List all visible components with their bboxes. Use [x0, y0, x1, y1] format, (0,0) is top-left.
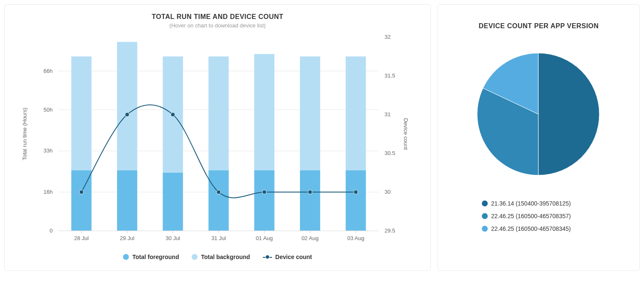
svg-text:30.5: 30.5	[385, 150, 395, 156]
pie-legend-item[interactable]: 22.46.25 (160500-465708345)	[482, 225, 571, 232]
svg-point-48	[216, 190, 221, 194]
pie-legend-item[interactable]: 22.46.25 (160500-465708357)	[482, 213, 571, 219]
svg-rect-26	[300, 56, 320, 170]
svg-text:28 Jul: 28 Jul	[74, 235, 89, 241]
pie-legend-label: 22.46.25 (160500-465708357)	[491, 213, 571, 219]
svg-point-46	[125, 112, 129, 117]
svg-rect-16	[71, 56, 91, 170]
chart-subtitle: (Hover on chart to download device list)	[16, 22, 419, 29]
svg-text:29 Jul: 29 Jul	[120, 235, 135, 241]
legend-foreground[interactable]: Total foreground	[123, 254, 179, 260]
chart-title: TOTAL RUN TIME AND DEVICE COUNT	[16, 13, 419, 21]
svg-rect-22	[208, 56, 229, 170]
svg-text:50h: 50h	[43, 107, 53, 113]
pie-title: DEVICE COUNT PER APP VERSION	[450, 22, 628, 30]
legend-devicecount[interactable]: Device count	[263, 254, 312, 260]
svg-text:31: 31	[385, 111, 390, 118]
svg-text:33h: 33h	[43, 147, 53, 154]
svg-text:03 Aug: 03 Aug	[347, 235, 364, 241]
legend-background[interactable]: Total background	[192, 254, 250, 260]
svg-text:30: 30	[385, 189, 390, 195]
svg-rect-21	[163, 173, 183, 231]
pie-legend-label: 22.46.25 (160500-465708345)	[491, 225, 571, 232]
legend-background-label: Total background	[201, 254, 250, 260]
svg-text:Device count: Device count	[403, 118, 409, 150]
swatch-icon	[482, 200, 488, 206]
appversion-pie-card: DEVICE COUNT PER APP VERSION 21.36.14 (1…	[438, 4, 640, 271]
svg-point-45	[79, 190, 83, 194]
svg-point-47	[171, 112, 175, 117]
legend-foreground-label: Total foreground	[132, 254, 179, 260]
combo-legend: Total foreground Total background Device…	[16, 254, 419, 260]
svg-rect-27	[300, 170, 320, 231]
swatch-background-icon	[192, 254, 198, 260]
svg-text:32: 32	[385, 34, 390, 40]
pie-legend-item[interactable]: 21.36.14 (150400-395708125)	[482, 200, 571, 207]
svg-rect-25	[254, 170, 275, 231]
combo-chart[interactable]: 016h33h50h66h29.53030.53131.53228 Jul29 …	[16, 33, 412, 248]
svg-point-50	[308, 190, 312, 194]
swatch-icon	[482, 226, 488, 232]
legend-devicecount-label: Device count	[275, 254, 312, 260]
swatch-devicecount-icon	[263, 254, 272, 260]
svg-rect-28	[346, 56, 366, 170]
svg-point-49	[262, 190, 267, 194]
svg-text:0: 0	[50, 227, 53, 234]
svg-text:66h: 66h	[43, 68, 53, 74]
svg-rect-24	[254, 54, 275, 170]
svg-point-51	[354, 190, 358, 194]
swatch-icon	[482, 213, 488, 219]
pie-legend: 21.36.14 (150400-395708125)22.46.25 (160…	[450, 200, 628, 232]
svg-text:Total run time (Hours): Total run time (Hours)	[21, 108, 28, 160]
svg-text:31.5: 31.5	[385, 72, 395, 79]
svg-rect-29	[346, 170, 366, 231]
svg-rect-19	[117, 170, 137, 231]
pie-chart[interactable]	[450, 30, 627, 190]
svg-rect-23	[208, 170, 229, 231]
svg-text:02 Aug: 02 Aug	[302, 235, 319, 241]
svg-text:16h: 16h	[43, 189, 53, 195]
svg-text:29.5: 29.5	[385, 227, 395, 234]
runtime-devicecount-card: TOTAL RUN TIME AND DEVICE COUNT (Hover o…	[4, 4, 431, 271]
svg-text:31 Jul: 31 Jul	[211, 235, 226, 241]
svg-text:30 Jul: 30 Jul	[166, 235, 180, 241]
svg-text:01 Aug: 01 Aug	[256, 235, 273, 241]
svg-rect-18	[117, 42, 137, 171]
swatch-foreground-icon	[123, 254, 129, 260]
pie-legend-label: 21.36.14 (150400-395708125)	[491, 200, 571, 207]
